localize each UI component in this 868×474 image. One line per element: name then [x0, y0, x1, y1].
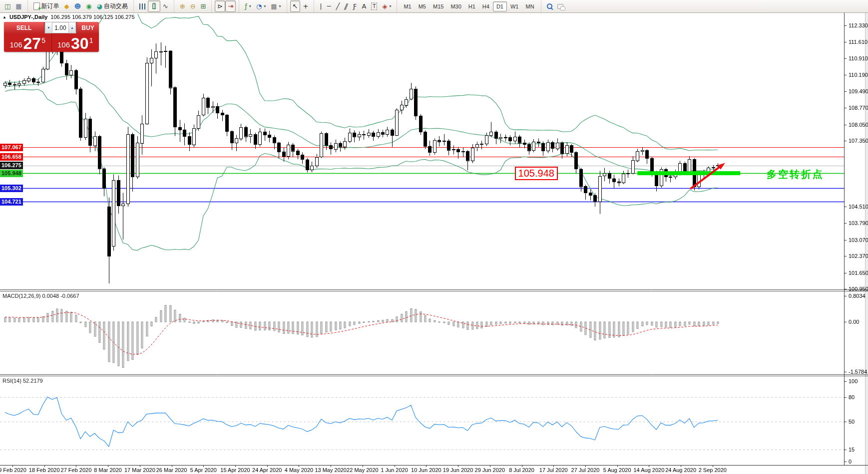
price-tick-label: 101.650 — [849, 270, 868, 276]
price-tag: 106.275 — [0, 162, 23, 169]
one-click-collapse-icon[interactable]: ▲ — [2, 15, 6, 19]
search-icon[interactable] — [544, 0, 555, 12]
date-tick-label[interactable]: 19 Jun 2020 — [443, 467, 473, 473]
sell-button[interactable]: SELL — [4, 22, 44, 33]
fibonacci-icon[interactable]: Ƒ — [351, 0, 359, 12]
turning-point-note[interactable]: 多空转折点 — [767, 168, 824, 181]
tf-w1[interactable]: W1 — [507, 1, 522, 11]
bid-price[interactable]: 106 27 5 — [4, 33, 52, 52]
volume-decrease-button[interactable]: ▼ — [45, 22, 52, 33]
date-tick-label[interactable]: 14 Aug 2020 — [633, 467, 664, 473]
date-tick-label[interactable]: 22 May 2020 — [347, 467, 379, 473]
date-tick-label[interactable]: 17 Mar 2020 — [124, 467, 155, 473]
new-order-button[interactable]: 新订单 — [31, 0, 62, 12]
price-tick-label: 103.070 — [849, 237, 868, 243]
chart-canvas[interactable] — [0, 0, 868, 474]
date-tick-label[interactable]: 27 Jul 2020 — [571, 467, 600, 473]
volume-increase-button[interactable]: ▲ — [68, 22, 76, 33]
chart-title-bar: ▲ USDJPY-,Daily 106.295 106.379 106.125 … — [2, 14, 135, 20]
tf-m1[interactable]: M1 — [400, 1, 415, 11]
ask-price[interactable]: 106 30 1 — [52, 33, 99, 52]
arrows-icon[interactable]: ◈▾ — [380, 0, 394, 12]
date-tick-label[interactable]: 5 Apr 2020 — [190, 467, 217, 473]
indicators-icon[interactable]: ƒ▾ — [242, 0, 254, 12]
macd-tick-label: 0.8034 — [849, 293, 866, 299]
date-tick-label[interactable]: 26 Mar 2020 — [156, 467, 187, 473]
chart-shift-icon[interactable]: ⇥ — [225, 0, 236, 12]
date-tick-label[interactable]: 1 Jun 2020 — [381, 467, 408, 473]
date-tick-label[interactable]: 27 Feb 2020 — [61, 467, 92, 473]
signals-icon[interactable]: ◉ — [83, 0, 94, 12]
metaquotes-icon[interactable]: ◆ — [62, 0, 72, 12]
price-tick-label: 110.910 — [849, 55, 868, 61]
label-icon[interactable]: T — [369, 0, 380, 12]
zoom-in-icon[interactable]: ⊕ — [177, 0, 188, 12]
bid-pip-digit: 5 — [41, 34, 45, 44]
tf-m30[interactable]: M30 — [447, 1, 464, 11]
macd-values: 0.0048 -0.0667 — [42, 293, 79, 299]
candlestick-icon-glyph — [152, 3, 156, 9]
candlestick-icon[interactable] — [148, 0, 160, 12]
chart-symbol-label: USDJPY-,Daily — [9, 14, 47, 20]
new-order-button-glyph — [33, 2, 40, 10]
price-tag: 107.067 — [0, 144, 23, 151]
price-tick-label: 108.050 — [849, 122, 868, 128]
autotrading-button[interactable]: ◕自动交易 — [94, 0, 130, 12]
date-tick-label[interactable]: 10 Jun 2020 — [411, 467, 441, 473]
templates-icon[interactable]: ▩▾ — [268, 0, 283, 12]
one-click-trading-panel: SELL ▼ 1.00 ▲ BUY 106 27 5 106 30 1 — [4, 22, 99, 52]
price-tick-label: 107.350 — [849, 138, 868, 144]
chart-window-icon[interactable]: ◫ — [2, 0, 13, 12]
tf-m5[interactable]: M5 — [415, 1, 430, 11]
price-tick-label: 109.490 — [849, 88, 868, 94]
rsi-label: RSI(14) 52.2179 — [2, 378, 43, 384]
buy-button[interactable]: BUY — [76, 22, 99, 33]
price-tick-label: 100.950 — [849, 286, 868, 292]
price-callout[interactable]: 105.948 — [515, 167, 558, 180]
tf-h1[interactable]: H1 — [465, 1, 479, 11]
price-tag: 104.721 — [0, 198, 23, 206]
date-tick-label[interactable]: 13 May 2020 — [315, 467, 347, 473]
community-icon[interactable]: ☻ — [72, 0, 84, 12]
date-tick-label[interactable]: 2 Sep 2020 — [699, 467, 727, 473]
tf-h4[interactable]: H4 — [479, 1, 493, 11]
tf-m15[interactable]: M15 — [430, 1, 447, 11]
price-tag: 105.302 — [0, 185, 23, 192]
tf-mn[interactable]: MN — [522, 1, 537, 11]
date-tick-label[interactable]: 9 Feb 2020 — [0, 467, 26, 473]
date-tick-label[interactable]: 15 Apr 2020 — [220, 467, 250, 473]
date-tick-label[interactable]: 8 Jul 2020 — [509, 467, 534, 473]
periods-icon[interactable]: ◔▾ — [254, 0, 268, 12]
volume-value[interactable]: 1.00 — [52, 24, 68, 31]
date-tick-label[interactable]: 29 Jun 2020 — [475, 467, 505, 473]
tf-d1[interactable]: D1 — [493, 1, 507, 11]
date-tick-label[interactable]: 18 Feb 2020 — [29, 467, 60, 473]
text-icon[interactable]: A — [359, 0, 369, 12]
zoom-out-icon[interactable]: ⊖ — [188, 0, 198, 12]
profiles-icon[interactable]: ▦ — [13, 0, 24, 12]
rsi-tick-label: 15 — [849, 447, 855, 453]
macd-tick-label: -1.5784 — [849, 369, 867, 375]
chat-icon[interactable] — [555, 0, 568, 12]
bid-big-digits: 27 — [23, 36, 41, 51]
date-tick-label[interactable]: 24 Apr 2020 — [252, 467, 282, 473]
vertical-line-icon[interactable]: | — [317, 0, 324, 12]
trendline-icon[interactable]: ╱ — [334, 0, 343, 12]
horizontal-line-icon[interactable]: ─ — [325, 0, 334, 12]
tile-windows-icon[interactable]: ⊞ — [198, 0, 209, 12]
date-tick-label[interactable]: 4 May 2020 — [285, 467, 313, 473]
rsi-tick-label: 0 — [849, 459, 852, 465]
channel-icon[interactable]: ∥ — [342, 0, 351, 12]
date-tick-label[interactable]: 8 Mar 2020 — [94, 467, 122, 473]
macd-name: MACD(12,26,9) — [2, 293, 40, 299]
ask-pip-digit: 1 — [89, 34, 93, 44]
auto-scroll-icon[interactable]: ⊳ — [215, 0, 225, 12]
rsi-name: RSI(14) — [2, 378, 21, 384]
date-tick-label[interactable]: 17 Jul 2020 — [539, 467, 568, 473]
crosshair-icon[interactable]: + — [300, 0, 311, 12]
date-tick-label[interactable]: 5 Aug 2020 — [603, 467, 631, 473]
date-tick-label[interactable]: 24 Aug 2020 — [665, 467, 696, 473]
cursor-icon[interactable]: ↖ — [290, 0, 301, 12]
line-chart-icon[interactable]: ∿ — [160, 0, 171, 12]
bar-chart-icon[interactable] — [137, 0, 148, 12]
